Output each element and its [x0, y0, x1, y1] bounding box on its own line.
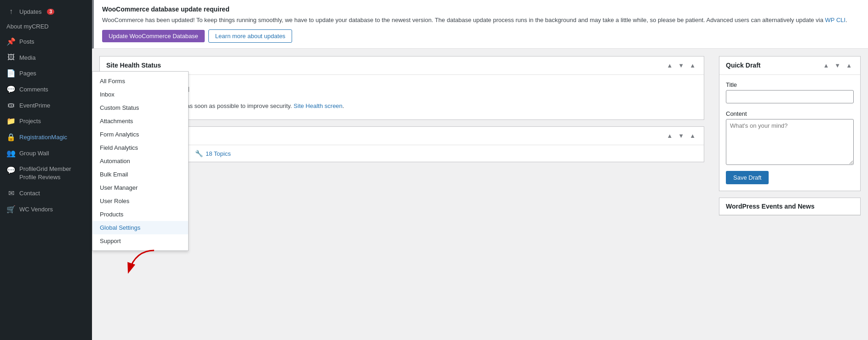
sidebar-item-eventprime-label: EventPrime	[19, 102, 50, 109]
quick-draft-title: Quick Draft	[726, 62, 760, 69]
dropdown-item-form-analytics[interactable]: Form Analytics	[92, 128, 188, 141]
content-area: Site Health Status ▲ ▼ ▲ Should be impro…	[92, 49, 868, 340]
site-health-chevron-btn[interactable]: ▼	[676, 61, 686, 70]
site-health-panel: Site Health Status ▲ ▼ ▲ Should be impro…	[99, 56, 704, 120]
quick-draft-controls: ▲ ▼ ▲	[821, 61, 854, 70]
sidebar: ↑ Updates 3 About myCRED 📌 Posts 🖼 Media…	[0, 0, 92, 340]
site-health-close-btn[interactable]: ▲	[688, 61, 697, 70]
sidebar-item-comments-label: Comments	[19, 86, 48, 93]
woo-notice-buttons: Update WooCommerce Database Learn more a…	[102, 29, 860, 43]
at-a-glance-header: At a Glance ▲ ▼ ▲	[100, 127, 704, 145]
sidebar-item-media[interactable]: 🖼 Media	[0, 50, 92, 65]
woocommerce-notice: WooCommerce database update required Woo…	[92, 0, 868, 49]
updates-badge: 3	[47, 9, 54, 15]
sidebar-item-about-mycred-label: About myCRED	[6, 23, 49, 30]
dropdown-item-global-settings[interactable]: Global Settings	[92, 221, 188, 234]
site-health-controls: ▲ ▼ ▲	[665, 61, 697, 70]
quick-draft-panel: Quick Draft ▲ ▼ ▲ Title Content Save Dra…	[719, 56, 861, 191]
sidebar-item-projects-label: Projects	[19, 118, 41, 125]
draft-title-input[interactable]	[726, 90, 854, 103]
sidebar-item-pages[interactable]: 📄 Pages	[0, 65, 92, 81]
woo-notice-text: WooCommerce has been updated! To keep th…	[102, 16, 860, 25]
sidebar-item-registrationmagic-label: RegistrationMagic	[19, 134, 67, 141]
dropdown-item-user-manager[interactable]: User Manager	[92, 181, 188, 194]
updates-icon: ↑	[6, 7, 16, 16]
posts-icon: 📌	[6, 37, 16, 46]
sidebar-item-projects[interactable]: 📁 Projects	[0, 113, 92, 129]
title-label: Title	[726, 81, 854, 88]
update-woocommerce-button[interactable]: Update WooCommerce Database	[102, 30, 205, 42]
quick-draft-up-btn[interactable]: ▲	[821, 61, 831, 70]
main-content: WooCommerce database update required Woo…	[92, 0, 868, 340]
sidebar-item-profilegrid[interactable]: 💬 ProfileGrid Member Profile Reviews	[0, 161, 92, 185]
sidebar-item-eventprime[interactable]: 🎟 EventPrime	[0, 97, 92, 113]
dropdown-item-all-forms[interactable]: All Forms	[92, 74, 188, 88]
registrationmagic-icon: 🔒	[6, 133, 16, 142]
site-health-screen-link[interactable]: Site Health screen	[293, 102, 342, 109]
at-a-glance-down-btn[interactable]: ▼	[676, 131, 686, 140]
sidebar-item-updates-label: Updates	[19, 8, 41, 15]
sidebar-item-posts[interactable]: 📌 Posts	[0, 34, 92, 50]
dropdown-item-bulk-email[interactable]: Bulk Email	[92, 168, 188, 181]
quick-draft-header: Quick Draft ▲ ▼ ▲	[719, 57, 860, 75]
woo-notice-title: WooCommerce database update required	[102, 6, 860, 13]
registrationmagic-dropdown: All Forms Inbox Custom Status Attachment…	[92, 71, 189, 251]
draft-content-textarea[interactable]	[726, 119, 854, 165]
sidebar-item-group-wall[interactable]: 👥 Group Wall	[0, 145, 92, 161]
right-column: Quick Draft ▲ ▼ ▲ Title Content Save Dra…	[712, 49, 868, 340]
dropdown-item-field-analytics[interactable]: Field Analytics	[92, 141, 188, 154]
sidebar-item-wc-vendors[interactable]: 🛒 WC Vendors	[0, 201, 92, 217]
topics-glance-icon: 🔧	[195, 150, 203, 157]
projects-icon: 📁	[6, 117, 16, 125]
wp-events-header: WordPress Events and News	[719, 198, 860, 215]
media-icon: 🖼	[6, 53, 16, 62]
comments-icon: 💬	[6, 85, 16, 94]
sidebar-item-contact-label: Contact	[19, 190, 40, 197]
arrow-indicator	[122, 248, 159, 277]
site-health-title: Site Health Status	[106, 62, 161, 69]
sidebar-item-group-wall-label: Group Wall	[19, 150, 49, 157]
contact-icon: ✉	[6, 189, 16, 198]
wc-vendors-icon: 🛒	[6, 205, 16, 214]
wp-cli-link[interactable]: WP CLI	[825, 17, 846, 23]
at-a-glance-up-btn[interactable]: ▲	[665, 131, 674, 140]
sidebar-item-registrationmagic[interactable]: 🔒 RegistrationMagic	[0, 129, 92, 145]
at-a-glance-items: 📄 91 Pages 👤 31 Users 🔧 18 Topics	[100, 145, 704, 162]
at-a-glance-controls: ▲ ▼ ▲	[665, 131, 697, 140]
at-a-glance-panel: At a Glance ▲ ▼ ▲ 📄 91 Pages 👤 31 Users	[99, 126, 704, 162]
sidebar-item-about-mycred[interactable]: About myCRED	[0, 19, 92, 34]
dropdown-item-user-roles[interactable]: User Roles	[92, 194, 188, 208]
wp-events-panel: WordPress Events and News	[719, 198, 861, 215]
sidebar-item-profilegrid-label: ProfileGrid Member Profile Reviews	[19, 165, 86, 181]
sidebar-item-posts-label: Posts	[19, 38, 34, 45]
health-status: Should be improved	[106, 81, 697, 98]
pages-icon: 📄	[6, 69, 16, 78]
sidebar-item-wc-vendors-label: WC Vendors	[19, 206, 53, 213]
sidebar-item-updates[interactable]: ↑ Updates 3	[0, 4, 92, 19]
quick-draft-close-btn[interactable]: ▲	[844, 61, 854, 70]
eventprime-icon: 🎟	[6, 101, 16, 109]
dropdown-item-products[interactable]: Products	[92, 208, 188, 221]
learn-more-button[interactable]: Learn more about updates	[208, 29, 293, 43]
group-wall-icon: 👥	[6, 149, 16, 158]
dropdown-item-attachments[interactable]: Attachments	[92, 114, 188, 128]
dropdown-item-support[interactable]: Support	[92, 234, 188, 248]
sidebar-item-contact[interactable]: ✉ Contact	[0, 185, 92, 201]
profilegrid-icon: 💬	[6, 166, 16, 175]
sidebar-item-comments[interactable]: 💬 Comments	[0, 81, 92, 97]
dropdown-item-inbox[interactable]: Inbox	[92, 88, 188, 101]
site-health-body: Should be improved ues that should be ad…	[100, 75, 704, 120]
content-label: Content	[726, 110, 854, 117]
dropdown-item-automation[interactable]: Automation	[92, 154, 188, 168]
dropdown-item-custom-status[interactable]: Custom Status	[92, 101, 188, 114]
sidebar-item-media-label: Media	[19, 54, 35, 61]
site-health-header: Site Health Status ▲ ▼ ▲	[100, 57, 704, 75]
quick-draft-down-btn[interactable]: ▼	[833, 61, 842, 70]
at-a-glance-close-btn[interactable]: ▲	[688, 131, 697, 140]
glance-topics-label: 18 Topics	[206, 150, 231, 157]
sidebar-item-pages-label: Pages	[19, 70, 36, 77]
health-description: ues that should be addressed as soon as …	[106, 102, 697, 111]
site-health-collapse-btn[interactable]: ▲	[665, 61, 674, 70]
save-draft-button[interactable]: Save Draft	[726, 171, 769, 184]
glance-item-topics[interactable]: 🔧 18 Topics	[195, 150, 231, 157]
